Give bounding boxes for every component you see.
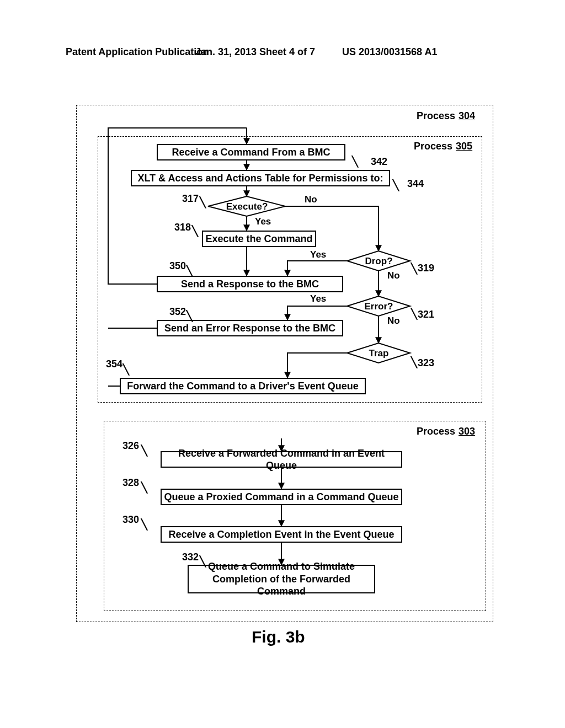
step-332: Queue a Command to Simulate Completion o… bbox=[188, 565, 375, 593]
ref-319: 319 bbox=[418, 263, 434, 274]
header-left: Patent Application Publication bbox=[66, 46, 209, 58]
step-330: Receive a Completion Event in the Event … bbox=[161, 526, 402, 543]
branch-319-yes: Yes bbox=[310, 249, 326, 260]
ref-344: 344 bbox=[407, 178, 424, 190]
step-354: Forward the Command to a Driver's Event … bbox=[120, 378, 366, 394]
branch-317-yes: Yes bbox=[255, 216, 271, 227]
page: Patent Application Publication Jan. 31, … bbox=[0, 0, 565, 728]
branch-317-no: No bbox=[305, 194, 317, 205]
step-342: Receive a Command From a BMC bbox=[157, 144, 345, 160]
branch-321-no: No bbox=[387, 315, 400, 326]
process-303-label: Process303 bbox=[417, 426, 475, 437]
ref-328: 328 bbox=[122, 477, 139, 489]
step-328: Queue a Proxied Command in a Command Que… bbox=[161, 489, 402, 505]
process-305-label: Process305 bbox=[414, 141, 472, 152]
ref-354: 354 bbox=[106, 358, 122, 370]
ref-330: 330 bbox=[122, 514, 139, 526]
ref-342: 342 bbox=[371, 156, 387, 168]
process-304-label: Process304 bbox=[417, 110, 475, 122]
branch-321-yes: Yes bbox=[310, 293, 326, 304]
figure-caption: Fig. 3b bbox=[252, 628, 305, 646]
ref-326: 326 bbox=[122, 440, 139, 452]
header-right: US 2013/0031568 A1 bbox=[342, 46, 437, 58]
ref-317: 317 bbox=[182, 193, 199, 205]
ref-323: 323 bbox=[418, 357, 434, 369]
step-318: Execute the Command bbox=[202, 231, 316, 247]
step-352: Send an Error Response to the BMC bbox=[157, 320, 343, 336]
ref-321: 321 bbox=[418, 309, 434, 320]
step-344: XLT & Access and Actions Table for Permi… bbox=[131, 170, 390, 186]
header-center: Jan. 31, 2013 Sheet 4 of 7 bbox=[195, 46, 315, 58]
ref-350: 350 bbox=[169, 260, 186, 272]
step-326: Receive a Forwarded Command in an Event … bbox=[161, 451, 402, 468]
ref-352: 352 bbox=[169, 306, 186, 318]
ref-332: 332 bbox=[182, 552, 199, 563]
step-350: Send a Response to the BMC bbox=[157, 276, 343, 292]
ref-318: 318 bbox=[174, 222, 191, 233]
branch-319-no: No bbox=[387, 270, 400, 281]
